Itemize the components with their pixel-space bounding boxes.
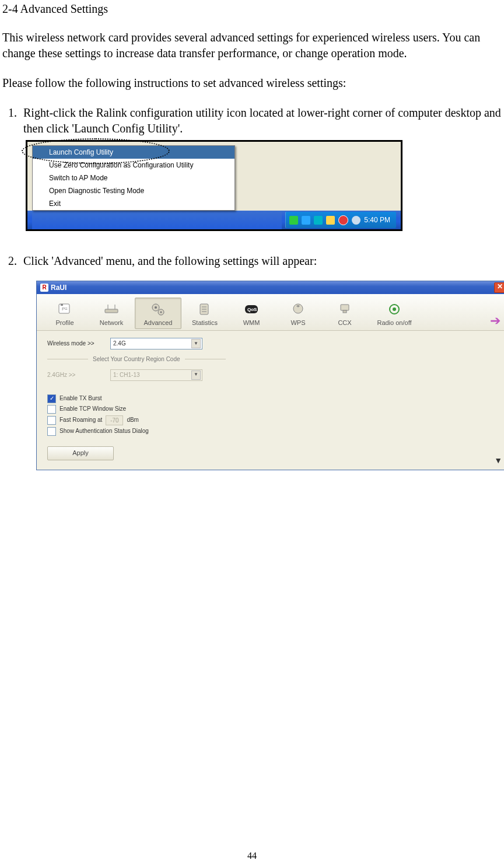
- tab-ccx[interactable]: CCX: [321, 298, 368, 329]
- svg-point-17: [298, 306, 299, 307]
- fast-roaming-value: -70: [106, 415, 123, 425]
- tab-label: Radio on/off: [377, 319, 411, 327]
- svg-rect-3: [105, 309, 118, 313]
- toolbar-next-icon[interactable]: ➔: [487, 313, 503, 329]
- radio-icon: [388, 302, 401, 317]
- tab-advanced[interactable]: Advanced: [135, 298, 181, 329]
- checkbox-tx-burst[interactable]: ✓: [47, 394, 56, 403]
- intro-paragraph-2: Please follow the following instructions…: [2, 75, 502, 91]
- raui-body: Wireless mode >> 2.4G ▼ Select Your Coun…: [37, 331, 504, 470]
- country-region-legend: Select Your Country Region Code: [93, 355, 180, 363]
- system-tray: 5:40 PM: [285, 212, 396, 228]
- ctx-item-launch-config[interactable]: Launch Config Utility: [33, 146, 235, 159]
- tab-wps[interactable]: WPS: [275, 298, 321, 329]
- tray-icon[interactable]: [326, 216, 335, 225]
- step-2-text: Click 'Advanced' menu, and the following…: [23, 254, 317, 267]
- tab-statistics[interactable]: Statistics: [181, 298, 228, 329]
- tab-label: WPS: [290, 319, 305, 327]
- page-number: 44: [0, 851, 504, 861]
- ctx-item-zero-config[interactable]: Use Zero Configuration as Configuration …: [33, 159, 235, 172]
- taskbar: 5:40 PM: [27, 211, 401, 229]
- checkbox-fast-roaming[interactable]: [47, 416, 56, 425]
- tab-label: Statistics: [192, 319, 218, 327]
- tray-icon[interactable]: [314, 216, 323, 225]
- tray-icon[interactable]: [338, 215, 348, 225]
- wmm-icon: QoS: [243, 302, 260, 317]
- wireless-mode-combo[interactable]: 2.4G ▼: [110, 338, 202, 349]
- chevron-down-icon: ▼: [191, 370, 201, 380]
- checkbox-label: Enable TX Burst: [60, 394, 102, 403]
- raui-title-text: RaUI: [51, 283, 66, 292]
- statistics-icon: [198, 302, 211, 317]
- ccx-icon: [338, 302, 352, 317]
- apply-button[interactable]: Apply: [47, 446, 114, 460]
- tab-label: Advanced: [144, 319, 173, 327]
- ctx-item-switch-ap[interactable]: Switch to AP Mode: [33, 172, 235, 184]
- checkbox-label: Show Authentication Status Dialog: [60, 427, 149, 435]
- tab-network[interactable]: Network: [88, 298, 135, 329]
- svg-rect-1: [61, 304, 63, 306]
- country-region-fieldset: Select Your Country Region Code: [47, 355, 498, 363]
- tray-icon[interactable]: [302, 216, 310, 225]
- raui-window: R RaUI ✕ P≡ Profile: [36, 281, 504, 470]
- raui-logo-icon: R: [40, 284, 48, 292]
- expand-down-icon[interactable]: ▼: [494, 455, 502, 466]
- svg-point-21: [393, 307, 396, 311]
- country-code-label: 2.4GHz >>: [47, 371, 104, 379]
- ctx-item-diagnostic[interactable]: Open Diagnostic Testing Mode: [33, 184, 235, 197]
- intro-paragraph-1: This wireless network card provides seve…: [2, 30, 502, 61]
- taskbar-clock: 5:40 PM: [364, 215, 390, 225]
- svg-point-7: [155, 306, 157, 309]
- wireless-mode-value: 2.4G: [113, 340, 126, 348]
- step-1-text: Right-click the Ralink configuration uti…: [23, 106, 501, 135]
- tab-wmm[interactable]: QoS WMM: [228, 298, 275, 329]
- tab-label: Profile: [55, 319, 74, 327]
- checkbox-label: Enable TCP Window Size: [60, 405, 126, 413]
- step-1: Right-click the Ralink configuration uti…: [20, 105, 502, 245]
- tab-radio-onoff[interactable]: Radio on/off: [368, 298, 421, 329]
- wireless-mode-label: Wireless mode >>: [47, 340, 104, 348]
- checkbox-tcp-window[interactable]: [47, 405, 56, 414]
- network-icon: [102, 302, 121, 317]
- profile-icon: P≡: [57, 302, 72, 317]
- taskbar-left: [32, 211, 282, 229]
- ctx-item-exit[interactable]: Exit: [33, 197, 235, 210]
- svg-text:QoS: QoS: [247, 307, 257, 312]
- svg-text:P≡: P≡: [62, 306, 68, 312]
- fast-roaming-pre: Fast Roaming at: [60, 416, 102, 424]
- country-code-value: 1: CH1-13: [113, 371, 140, 379]
- context-menu: Launch Config Utility Use Zero Configura…: [32, 145, 235, 211]
- section-title: 2-4 Advanced Settings: [2, 2, 502, 16]
- raui-toolbar: P≡ Profile Network Advanc: [37, 294, 504, 331]
- step-2: Click 'Advanced' menu, and the following…: [20, 253, 502, 470]
- tab-profile[interactable]: P≡ Profile: [41, 298, 88, 329]
- raui-titlebar: R RaUI ✕: [37, 281, 504, 294]
- chevron-down-icon: ▼: [191, 339, 201, 348]
- checkbox-auth-dialog[interactable]: [47, 427, 56, 436]
- svg-point-9: [160, 312, 162, 313]
- tab-label: CCX: [338, 319, 351, 327]
- tab-label: Network: [100, 319, 123, 327]
- svg-rect-19: [343, 310, 346, 313]
- fast-roaming-unit: dBm: [127, 416, 139, 424]
- country-code-combo: 1: CH1-13 ▼: [110, 369, 202, 381]
- svg-rect-18: [341, 305, 349, 310]
- tray-wifi-icon[interactable]: [352, 216, 360, 225]
- gear-icon: [150, 302, 166, 317]
- tray-ralink-icon[interactable]: [289, 216, 298, 225]
- tab-label: WMM: [243, 319, 260, 327]
- close-icon[interactable]: ✕: [494, 282, 504, 293]
- wps-icon: [291, 302, 305, 317]
- screenshot-context-menu: Launch Config Utility Use Zero Configura…: [26, 140, 402, 231]
